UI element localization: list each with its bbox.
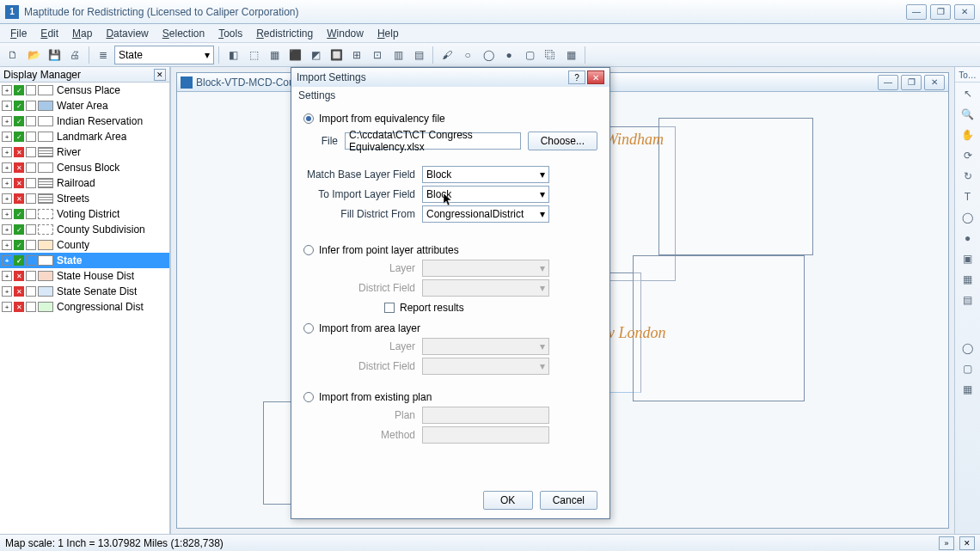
menu-dataview[interactable]: Dataview — [99, 26, 155, 41]
tool-icon[interactable]: ⬛ — [285, 46, 304, 64]
layer-row[interactable]: +✕Congressional Dist — [0, 299, 169, 315]
minimize-button[interactable]: — — [906, 4, 927, 20]
expand-icon[interactable]: + — [2, 101, 12, 111]
layer-visibility-toggle[interactable]: ✓ — [14, 209, 24, 219]
layer-properties-icon[interactable] — [26, 132, 36, 142]
layer-row[interactable]: +✕Streets — [0, 191, 169, 206]
layer-visibility-toggle[interactable]: ✕ — [14, 302, 24, 312]
layer-row[interactable]: +✕River — [0, 144, 169, 160]
radio-import-existing[interactable] — [303, 392, 314, 402]
tool-icon[interactable]: ⬚ — [244, 46, 263, 64]
expand-icon[interactable]: + — [2, 255, 12, 266]
layer-visibility-toggle[interactable]: ✓ — [14, 116, 24, 126]
shape-icon[interactable]: ▦ — [959, 270, 977, 289]
layer-properties-icon[interactable] — [26, 162, 36, 173]
menu-redistricting[interactable]: Redistricting — [249, 26, 320, 41]
tool-icon[interactable]: ⊡ — [368, 46, 387, 64]
shape-icon[interactable]: ◯ — [959, 208, 977, 227]
layer-row[interactable]: +✓Landmark Area — [0, 129, 169, 144]
expand-icon[interactable]: + — [2, 240, 12, 250]
layer-row[interactable]: +✓State — [0, 253, 169, 268]
tool-icon[interactable]: ◩ — [306, 46, 325, 64]
square-icon[interactable]: ▢ — [520, 46, 539, 64]
report-results-checkbox[interactable] — [384, 303, 395, 313]
shape-icon[interactable]: ● — [959, 229, 977, 248]
dialog-close-button[interactable]: ✕ — [587, 70, 604, 84]
menu-help[interactable]: Help — [371, 26, 406, 41]
layer-properties-icon[interactable] — [26, 209, 36, 219]
layer-row[interactable]: +✓County — [0, 237, 169, 253]
expand-icon[interactable]: + — [2, 302, 12, 312]
expand-icon[interactable]: + — [2, 224, 12, 235]
shape-icon[interactable]: ▣ — [959, 249, 977, 268]
text-icon[interactable]: T — [959, 187, 977, 206]
menu-selection[interactable]: Selection — [156, 26, 211, 41]
circle-icon[interactable]: ◯ — [479, 46, 498, 64]
layer-row[interactable]: +✕Census Block — [0, 160, 169, 175]
expand-icon[interactable]: + — [2, 209, 12, 219]
pointer-icon[interactable]: ↖ — [959, 84, 977, 103]
layer-row[interactable]: +✓Indian Reservation — [0, 113, 169, 129]
menu-edit[interactable]: Edit — [34, 26, 65, 41]
tool-icon[interactable]: ▤ — [409, 46, 428, 64]
layer-row[interactable]: +✓County Subdivision — [0, 222, 169, 237]
layer-properties-icon[interactable] — [26, 255, 36, 266]
expand-icon[interactable]: + — [2, 116, 12, 126]
layer-properties-icon[interactable] — [26, 302, 36, 312]
layer-properties-icon[interactable] — [26, 85, 36, 95]
fill-district-dropdown[interactable]: CongressionalDistrict▾ — [422, 205, 549, 223]
print-icon[interactable]: 🖨 — [65, 46, 84, 64]
shape-icon[interactable]: ▢ — [959, 359, 977, 378]
tool-icon[interactable]: ◧ — [224, 46, 242, 64]
save-icon[interactable]: 💾 — [45, 46, 64, 64]
layer-visibility-toggle[interactable]: ✓ — [14, 101, 24, 111]
radio-import-equivalency[interactable] — [303, 113, 314, 124]
brush-icon[interactable]: 🖌 — [438, 46, 456, 64]
layer-visibility-toggle[interactable]: ✓ — [14, 132, 24, 142]
expand-icon[interactable]: + — [2, 147, 12, 157]
expand-icon[interactable]: + — [2, 193, 12, 204]
ok-button[interactable]: OK — [483, 491, 533, 510]
copy-icon[interactable]: ⿻ — [541, 46, 560, 64]
layer-properties-icon[interactable] — [26, 101, 36, 111]
expand-icon[interactable]: + — [2, 271, 12, 281]
tool-icon[interactable]: ▦ — [265, 46, 284, 64]
circle-icon[interactable]: ● — [499, 46, 518, 64]
refresh-icon[interactable]: ↻ — [959, 167, 977, 186]
status-close-button[interactable]: ✕ — [959, 536, 975, 550]
import-layer-dropdown[interactable]: Block▾ — [422, 186, 549, 203]
layer-properties-icon[interactable] — [26, 178, 36, 188]
expand-icon[interactable]: + — [2, 85, 12, 95]
layer-visibility-toggle[interactable]: ✓ — [14, 224, 24, 235]
layer-visibility-toggle[interactable]: ✕ — [14, 147, 24, 157]
choose-button[interactable]: Choose... — [528, 132, 597, 150]
map-close-button[interactable]: ✕ — [924, 75, 945, 90]
layer-visibility-toggle[interactable]: ✓ — [14, 255, 24, 266]
layer-visibility-toggle[interactable]: ✕ — [14, 286, 24, 297]
menu-tools[interactable]: Tools — [211, 26, 249, 41]
expand-icon[interactable]: + — [2, 178, 12, 188]
menu-window[interactable]: Window — [320, 26, 371, 41]
layer-row[interactable]: +✕State House Dist — [0, 268, 169, 284]
map-maximize-button[interactable]: ❐ — [901, 75, 922, 90]
layer-row[interactable]: +✓Voting District — [0, 206, 169, 222]
radio-infer-point[interactable] — [303, 245, 314, 255]
layer-visibility-toggle[interactable]: ✕ — [14, 271, 24, 281]
open-icon[interactable]: 📂 — [24, 46, 43, 64]
layer-visibility-toggle[interactable]: ✕ — [14, 162, 24, 173]
menu-file[interactable]: File — [3, 26, 34, 41]
maximize-button[interactable]: ❐ — [930, 4, 951, 20]
map-minimize-button[interactable]: — — [878, 75, 898, 90]
tool-icon[interactable]: 🔲 — [327, 46, 346, 64]
close-button[interactable]: ✕ — [954, 4, 975, 20]
layer-properties-icon[interactable] — [26, 224, 36, 235]
menu-map[interactable]: Map — [65, 26, 99, 41]
new-icon[interactable]: 🗋 — [3, 46, 22, 64]
status-button[interactable]: » — [939, 536, 954, 550]
layers-icon[interactable]: ≣ — [94, 46, 113, 64]
layer-properties-icon[interactable] — [26, 240, 36, 250]
shape-icon[interactable]: ▤ — [959, 291, 977, 309]
rotate-icon[interactable]: ⟳ — [959, 146, 977, 165]
layer-visibility-toggle[interactable]: ✕ — [14, 178, 24, 188]
dialog-help-button[interactable]: ? — [568, 70, 585, 84]
